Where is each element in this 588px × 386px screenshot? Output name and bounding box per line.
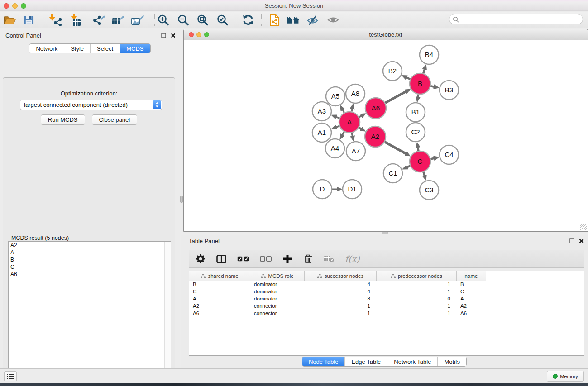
graph-edge-C-C3[interactable]	[423, 172, 424, 176]
mcds-result-item[interactable]: A2	[9, 242, 171, 249]
column-header-name[interactable]: name	[457, 271, 486, 281]
column-header-predecessor-nodes[interactable]: predecessor nodes	[377, 271, 457, 281]
table-row[interactable]: Adominator80A	[189, 295, 584, 303]
graph-edge-A-A8[interactable]	[352, 109, 352, 111]
close-table-panel-icon[interactable]	[578, 238, 584, 244]
table-tab-motifs[interactable]: Motifs	[437, 357, 466, 366]
checked-boxes-icon	[237, 256, 249, 262]
graph-node-label-A3: A3	[318, 107, 326, 115]
memory-label: Memory	[560, 374, 578, 379]
export-table-button[interactable]	[110, 13, 126, 27]
mcds-result-item[interactable]: A6	[9, 271, 171, 278]
export-image-button[interactable]	[129, 13, 146, 27]
criterion-dropdown[interactable]: largest connected component (directed)	[20, 100, 162, 110]
table-tab-edge-table[interactable]: Edge Table	[344, 357, 387, 366]
control-tab-select[interactable]: Select	[90, 44, 120, 53]
table-panel: Table Panel	[181, 235, 588, 368]
column-header-shared-name[interactable]: shared name	[189, 271, 250, 281]
show-column-button[interactable]	[216, 255, 226, 263]
graph-edge-A-A5[interactable]	[343, 110, 344, 113]
graph-node-label-A2: A2	[371, 133, 379, 140]
column-header-MCDS-role[interactable]: MCDS role	[250, 271, 305, 281]
table-tab-node-table[interactable]: Node Table	[302, 357, 345, 366]
hide-selected-button[interactable]	[304, 13, 320, 27]
deselect-all-rows-button[interactable]	[260, 256, 272, 262]
graph-node-label-C1: C1	[388, 169, 397, 177]
graph-edge-C-C1[interactable]	[407, 166, 410, 167]
zoom-in-button[interactable]	[155, 13, 172, 27]
graph-edge-A-A4[interactable]	[342, 132, 344, 135]
task-history-button[interactable]	[4, 371, 17, 381]
function-builder-button[interactable]: f(x)	[345, 254, 360, 264]
result-list-scrollbar[interactable]	[164, 242, 171, 386]
export-network-button[interactable]	[91, 13, 107, 27]
table-cell: A2	[457, 303, 486, 310]
import-table-button[interactable]	[67, 13, 83, 27]
control-tab-style[interactable]: Style	[64, 44, 90, 53]
show-all-button[interactable]	[325, 13, 341, 27]
column-type-icon	[261, 274, 266, 278]
graph-edge-A-A7[interactable]	[352, 133, 353, 136]
column-type-icon	[391, 274, 396, 278]
select-all-rows-button[interactable]	[237, 256, 249, 262]
mcds-result-item[interactable]: A	[9, 249, 171, 256]
float-table-panel-icon[interactable]	[569, 238, 575, 244]
create-new-column-button[interactable]	[282, 255, 292, 263]
run-mcds-button[interactable]: Run MCDS	[41, 114, 85, 125]
graph-edge-A2-C[interactable]	[385, 142, 406, 154]
new-network-from-selection-button[interactable]	[267, 13, 283, 27]
network-graph: B4B2BB3A8A5A6A3B1AA1C2A2A4A7C4CC1C3DD1	[184, 40, 588, 231]
table-cell: C	[189, 288, 250, 295]
control-tab-network[interactable]: Network	[29, 44, 64, 53]
graph-edge-A6-B[interactable]	[385, 91, 406, 103]
vertical-splitter-grip[interactable]	[180, 196, 183, 203]
refresh-view-button[interactable]	[240, 13, 256, 27]
open-session-button[interactable]	[2, 13, 18, 27]
graph-edge-B-B3[interactable]	[430, 86, 434, 87]
mcds-tab-content: Optimization criterion: largest connecte…	[3, 77, 175, 386]
search-input[interactable]	[461, 15, 583, 23]
zoom-fit-button[interactable]	[195, 13, 211, 27]
graph-edge-C-C4[interactable]	[430, 158, 434, 159]
graph-edge-B-B4[interactable]	[423, 70, 425, 74]
zoom-selected-button[interactable]	[215, 13, 231, 27]
network-window-title: testGlobe.txt	[184, 31, 588, 38]
graph-edge-C-C2[interactable]	[418, 148, 418, 151]
graph-edge-A-A3[interactable]	[336, 117, 339, 118]
memory-button[interactable]: Memory	[547, 371, 584, 382]
table-options-button[interactable]	[196, 254, 206, 263]
table-row[interactable]: A2connector11A2	[189, 303, 584, 310]
graph-edge-A-A2[interactable]	[359, 128, 361, 129]
network-window-titlebar[interactable]: testGlobe.txt	[184, 29, 588, 40]
table-cell: B	[189, 281, 250, 288]
table-row[interactable]: Bdominator41B	[189, 281, 584, 288]
graph-edge-A-A6[interactable]	[359, 116, 361, 117]
close-panel-button[interactable]: Close panel	[92, 114, 138, 125]
first-neighbors-button[interactable]	[285, 13, 301, 27]
close-panel-icon[interactable]	[170, 33, 176, 38]
horizontal-splitter-grip[interactable]	[382, 232, 388, 234]
delete-table-button[interactable]	[324, 255, 334, 262]
control-tab-mcds[interactable]: MCDS	[120, 44, 150, 53]
mcds-result-list[interactable]: A2ABCA6	[8, 241, 171, 386]
table-cell: A2	[189, 303, 250, 310]
column-header-successor-nodes[interactable]: successor nodes	[305, 271, 377, 281]
save-session-button[interactable]	[20, 13, 37, 27]
import-network-icon	[48, 14, 62, 26]
table-row[interactable]: Cdominator41C	[189, 288, 584, 295]
search-box[interactable]	[449, 14, 583, 24]
table-row[interactable]: A6connector11A6	[189, 310, 584, 317]
import-network-button[interactable]	[47, 13, 63, 27]
mcds-result-item[interactable]: B	[9, 256, 171, 263]
graph-edge-B-B1[interactable]	[418, 95, 418, 97]
network-canvas[interactable]: B4B2BB3A8A5A6A3B1AA1C2A2A4A7C4CC1C3DD1	[184, 40, 587, 231]
zoom-out-button[interactable]	[175, 13, 191, 27]
table-header-row: shared nameMCDS rolesuccessor nodesprede…	[189, 271, 584, 281]
graph-edge-B-B2[interactable]	[406, 77, 410, 79]
float-panel-icon[interactable]	[161, 33, 167, 38]
mcds-result-item[interactable]: C	[9, 263, 171, 271]
table-tab-network-table[interactable]: Network Table	[387, 357, 437, 366]
graph-edge-A-A1[interactable]	[336, 126, 339, 128]
window-resize-grip[interactable]	[580, 224, 587, 230]
delete-columns-button[interactable]	[303, 254, 313, 263]
